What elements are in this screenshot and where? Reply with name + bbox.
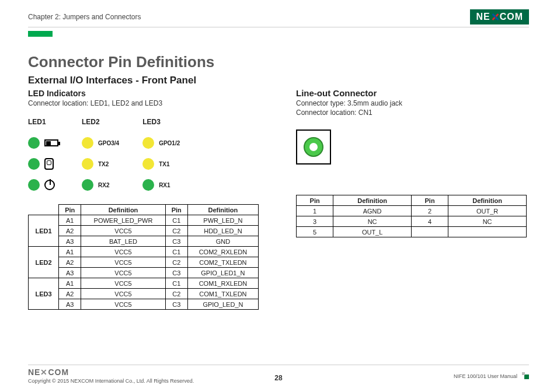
table-row: A3VCC5C3GPIO_LED1_N	[29, 268, 259, 278]
page-number: 28	[274, 374, 282, 382]
led-icon	[28, 158, 40, 170]
x-icon	[491, 13, 499, 21]
table-row: A2VCC5C2HDD_LED_N	[29, 226, 259, 236]
led-label: TX2	[98, 161, 109, 167]
led-icon	[82, 158, 93, 170]
led-icon	[142, 158, 154, 170]
led-diagram: LED1 LED2 GPO3/4 TX2 RX2 LED3 GPO1/2 TX1…	[28, 118, 261, 191]
th-def: Definition	[187, 205, 258, 215]
copyright: Copyright © 2015 NEXCOM International Co…	[28, 378, 194, 384]
led-icon	[82, 179, 93, 191]
led-label: TX1	[159, 161, 169, 167]
led-icon	[28, 179, 40, 191]
th-def: Definition	[333, 195, 412, 206]
page-footer: NE✕COM Copyright © 2015 NEXCOM Internati…	[28, 365, 529, 384]
jack-ring-icon	[304, 137, 323, 157]
th-pin: Pin	[297, 195, 333, 206]
lineout-pin-table: Pin Definition Pin Definition 1AGND2OUT_…	[296, 195, 527, 237]
corner-mark-icon	[522, 372, 529, 379]
table-row: A3VCC5C3GPIO_LED_N	[29, 299, 259, 310]
led-label: GPO1/2	[159, 140, 180, 146]
table-row: A2VCC5C2COM2_TXLEDN	[29, 257, 259, 268]
battery-icon	[44, 139, 58, 146]
accent-bar	[28, 31, 53, 37]
group-label: LED3	[29, 278, 59, 310]
lineout-location: Connector location: CN1	[296, 108, 529, 117]
section-left: External I/O Interfaces - Front Panel	[28, 75, 261, 86]
brand-right: COM	[500, 12, 523, 22]
chapter-label: Chapter 2: Jumpers and Connectors	[28, 13, 141, 21]
th-pin: Pin	[59, 205, 81, 215]
group-label: LED1	[29, 215, 59, 247]
power-icon	[44, 180, 55, 190]
table-row: LED3 A1VCC5C1COM1_RXLEDN	[29, 278, 259, 289]
table-row: LED2 A1VCC5C1COM2_RXLEDN	[29, 247, 259, 257]
audio-jack-diagram	[296, 130, 331, 164]
led-icon	[82, 137, 93, 149]
th-pin: Pin	[411, 195, 448, 206]
table-row: LED1 A1POWER_LED_PWRC1PWR_LED_N	[29, 215, 259, 226]
led-icon	[142, 137, 154, 149]
subsection-led: LED Indicators	[28, 89, 261, 98]
led-label: GPO3/4	[98, 140, 119, 146]
table-row: A2VCC5C2COM1_TXLEDN	[29, 289, 259, 299]
led-icon	[142, 179, 154, 191]
led-label: RX1	[159, 182, 170, 188]
th-def: Definition	[448, 195, 527, 206]
led-pin-table: Pin Definition Pin Definition LED1 A1POW…	[28, 204, 259, 310]
brand-logo: NE COM	[470, 9, 529, 24]
brand-logo-footer: NE✕COM	[28, 368, 194, 377]
led3-head: LED3	[142, 118, 161, 126]
led-icon	[28, 137, 40, 149]
group-label: LED2	[29, 247, 59, 278]
led2-head: LED2	[82, 118, 100, 126]
page-header: Chapter 2: Jumpers and Connectors NE COM	[28, 9, 529, 27]
th-def: Definition	[81, 205, 165, 215]
page-title: Connector Pin Definitions	[28, 53, 529, 71]
table-row: 3NC4NC	[297, 216, 527, 227]
table-row: A3BAT_LEDC3GND	[29, 236, 259, 247]
manual-name: NIFE 100/101 User Manual	[454, 373, 517, 379]
hdd-icon	[44, 158, 54, 170]
table-row: 1AGND2OUT_R	[297, 206, 527, 216]
lineout-type: Connector type: 3.5mm audio jack	[296, 99, 529, 107]
led1-head: LED1	[28, 118, 46, 126]
section-right: Line-out Connector	[296, 88, 529, 98]
th-pin: Pin	[165, 205, 187, 215]
led-location: Connector location: LED1, LED2 and LED3	[28, 99, 261, 107]
led-label: RX2	[98, 182, 109, 188]
brand-left: NE	[476, 12, 490, 22]
table-row: 5OUT_L	[297, 227, 527, 237]
